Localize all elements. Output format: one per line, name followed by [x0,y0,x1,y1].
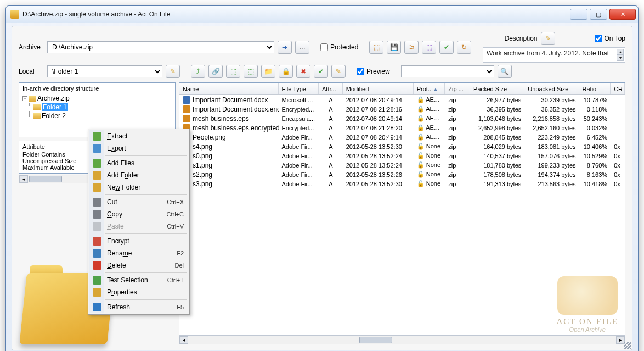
column-header[interactable]: Packed Size [470,83,524,94]
file-unpacked: 36,352 bytes [524,106,579,113]
tb2-btn-8[interactable]: ✔ [314,65,328,78]
menu-item[interactable]: Add Folder [89,169,188,181]
column-header[interactable]: File Type [279,83,319,94]
menu-item[interactable]: RenameF2 [89,247,188,259]
scroll-thumb[interactable] [29,176,62,182]
menu-item[interactable]: CutCtrl+X [89,196,188,208]
menu-item[interactable]: Add Files [89,157,188,169]
tree-root[interactable]: - Archive.zip [22,94,172,103]
preview-search-button[interactable]: 🔍 [498,65,512,78]
column-header[interactable]: Prot... ▴ [414,83,445,94]
menu-shortcut: Ctrl+T [167,277,184,283]
file-list[interactable]: NameFile TypeAttr...ModifiedProt... ▴Zip… [179,82,625,344]
desc-scroll-down[interactable]: ▾ [617,55,624,61]
close-button[interactable]: ✕ [609,9,636,20]
column-header-row[interactable]: NameFile TypeAttr...ModifiedProt... ▴Zip… [179,83,625,95]
scroll-left-icon[interactable]: ◂ [19,175,28,183]
local-edit-button[interactable]: ✎ [166,65,180,78]
file-type: Adobe Fir... [279,134,319,141]
column-header[interactable]: Name [179,83,279,94]
scroll-right-icon[interactable]: ▸ [616,336,625,344]
description-edit-button[interactable]: ✎ [541,32,555,45]
table-row[interactable]: s0.pngAdobe Fir...A2012-05-28 13:52:24🔓 … [179,151,625,160]
description-text[interactable]: Work archive from 4. July. 2012. Note th… [483,47,625,63]
file-icon [183,105,190,113]
table-row[interactable]: s2.pngAdobe Fir...A2012-05-28 13:52:26🔓 … [179,170,625,179]
menu-item[interactable]: New Folder [89,181,188,193]
file-modified: 2012-07-08 20:49:14 [343,134,414,141]
menu-item[interactable]: RefreshF5 [89,301,188,313]
menu-item[interactable]: Test SelectionCtrl+T [89,274,188,286]
menu-label: Add Files [107,159,184,167]
table-row[interactable]: s3.pngAdobe Fir...A2012-05-28 13:52:30🔓 … [179,179,625,188]
column-header[interactable]: Ratio [579,83,611,94]
column-header[interactable]: Modified [343,83,414,94]
table-row[interactable]: s4.pngAdobe Fir...A2012-05-28 13:52:30🔓 … [179,142,625,151]
tb2-btn-9[interactable]: ✎ [331,65,346,78]
titlebar[interactable]: D:\Archive.zip - single volume archive -… [6,6,638,23]
file-type: Adobe Fir... [279,143,319,150]
maximize-button[interactable]: ▢ [590,9,607,20]
preview-checkbox[interactable]: Preview [357,68,390,75]
table-row[interactable]: Important Document.docx.encry...Encrypte… [179,104,625,114]
toolbar-btn-5[interactable]: ✔ [439,41,454,54]
context-menu[interactable]: ExtractExportAdd FilesAdd FolderNew Fold… [88,129,190,315]
table-row[interactable]: s1.pngAdobe Fir...A2012-05-28 13:52:24🔓 … [179,160,625,170]
file-ratio: 8.163% [579,171,611,178]
menu-item[interactable]: Extract [89,130,188,142]
resize-grip[interactable] [624,342,631,349]
file-packed: 36,395 bytes [470,106,524,113]
menu-item[interactable]: DeleteDel [89,259,188,271]
tb2-btn-4[interactable]: ⬚ [244,65,258,78]
toolbar-btn-1[interactable]: ⬚ [369,41,383,54]
ontop-checkbox[interactable]: On Top [595,35,625,42]
toolbar-btn-4[interactable]: ⬚ [422,41,436,54]
table-row[interactable]: Important Document.docxMicrosoft ...A201… [179,95,625,104]
tb2-btn-6[interactable]: 🔒 [279,65,293,78]
tree-folder-2[interactable]: Folder 2 [33,112,172,120]
client-area: Archive D:\Archive.zip ➔ … Protected ⬚ 💾… [12,26,632,350]
toolbar-btn-2[interactable]: 💾 [387,41,401,54]
menu-item[interactable]: Encrypt [89,235,188,247]
file-protection: 🔓 None [414,180,445,187]
file-attr: A [319,115,343,122]
menu-item[interactable]: Properties [89,286,188,298]
table-row[interactable]: mesh business.eps.encryptedEncrypted...A… [179,123,625,132]
desc-scroll-up[interactable]: ▴ [617,49,624,55]
unlock-icon: 🔓 [417,161,425,168]
toolbar-btn-6[interactable]: ↻ [457,41,471,54]
preview-combo[interactable] [401,65,494,77]
file-name: mesh business.eps [193,115,249,122]
tb2-btn-7[interactable]: ✖ [296,65,310,78]
file-zip: zip [445,153,470,159]
archive-go-button[interactable]: ➔ [278,41,292,54]
file-protection: 🔒 AES ... [414,115,445,122]
toolbar-btn-3[interactable]: 🗂 [404,41,419,54]
column-header[interactable]: Attr... [319,83,343,94]
file-unpacked: 213,563 bytes [524,181,579,187]
collapse-icon[interactable]: - [22,96,27,101]
scroll-thumb[interactable] [359,337,392,343]
tb2-btn-5[interactable]: 📁 [261,65,275,78]
file-packed: 164,029 bytes [470,143,524,150]
archive-combo[interactable]: D:\Archive.zip [47,41,274,53]
scroll-left-icon[interactable]: ◂ [179,336,188,344]
tree-folder-1[interactable]: Folder 1 [33,103,172,112]
table-row[interactable]: People.pngAdobe Fir...A2012-07-08 20:49:… [179,132,625,142]
filelist-hscroll[interactable]: ◂ ▸ [179,335,625,344]
column-header[interactable]: Zip ... [445,83,470,94]
menu-item[interactable]: CopyCtrl+C [89,208,188,220]
column-header[interactable]: CR [611,83,625,94]
column-header[interactable]: Unpacked Size [524,83,579,94]
minimize-button[interactable]: — [570,9,587,20]
local-combo[interactable]: \Folder 1 [47,65,162,77]
tb2-btn-1[interactable]: ⤴ [191,65,205,78]
file-packed: 26,977 bytes [470,97,524,103]
menu-item[interactable]: Export [89,142,188,154]
tb2-btn-3[interactable]: ⬚ [226,65,240,78]
table-row[interactable]: mesh business.epsEncapsula...A2012-07-08… [179,114,625,123]
protected-checkbox[interactable]: Protected [320,43,358,51]
archive-browse-button[interactable]: … [295,41,309,54]
menu-icon [93,210,101,219]
tb2-btn-2[interactable]: 🔗 [208,65,223,78]
